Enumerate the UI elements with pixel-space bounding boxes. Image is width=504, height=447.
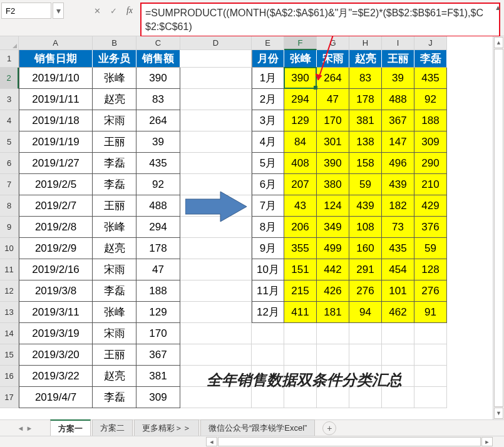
- row-header-8[interactable]: 8: [0, 195, 19, 217]
- left-cell-r10-B[interactable]: 赵亮: [93, 238, 136, 259]
- pivot-val-r11-c1[interactable]: 181: [317, 302, 349, 323]
- left-cell-r13-B[interactable]: 张峰: [93, 302, 136, 323]
- row-header-13[interactable]: 13: [0, 302, 19, 323]
- left-cell-r14-C[interactable]: 170: [136, 323, 180, 344]
- cell-F17[interactable]: [284, 387, 317, 408]
- left-cell-r16-B[interactable]: 赵亮: [93, 366, 136, 387]
- pivot-val-r8-c3[interactable]: 435: [382, 238, 414, 259]
- cell-H17[interactable]: [349, 387, 382, 408]
- cell-J17[interactable]: [414, 387, 447, 408]
- new-sheet-button[interactable]: +: [322, 421, 336, 435]
- left-cell-r6-A[interactable]: 2019/1/27: [19, 153, 93, 174]
- cell-D5[interactable]: [180, 131, 252, 153]
- cell-D13[interactable]: [180, 302, 252, 323]
- pivot-val-r10-c4[interactable]: 276: [414, 280, 447, 302]
- cell-J14[interactable]: [414, 323, 447, 344]
- left-cell-r12-B[interactable]: 李磊: [93, 280, 136, 302]
- left-cell-r15-B[interactable]: 王丽: [93, 344, 136, 366]
- cell-D15[interactable]: [180, 344, 252, 366]
- cell-F15[interactable]: [284, 344, 317, 366]
- left-cell-r10-C[interactable]: 178: [136, 238, 180, 259]
- pivot-val-r7-c1[interactable]: 349: [317, 217, 349, 238]
- pivot-val-r6-c4[interactable]: 429: [414, 195, 447, 217]
- name-box-dropdown[interactable]: ▾: [53, 3, 64, 19]
- pivot-val-r4-c3[interactable]: 496: [382, 153, 414, 174]
- cell-E15[interactable]: [252, 344, 284, 366]
- pivot-val-r3-c1[interactable]: 301: [317, 131, 349, 153]
- hscroll-track[interactable]: [218, 437, 481, 446]
- pivot-val-r7-c2[interactable]: 108: [349, 217, 382, 238]
- cancel-formula-icon[interactable]: ✕: [90, 4, 104, 18]
- pivot-month-10[interactable]: 11月: [252, 280, 284, 302]
- scroll-up-icon[interactable]: ▲: [494, 37, 503, 48]
- row-header-10[interactable]: 10: [0, 238, 19, 259]
- left-cell-r11-A[interactable]: 2019/2/16: [19, 259, 93, 280]
- row-header-9[interactable]: 9: [0, 217, 19, 238]
- left-cell-r6-C[interactable]: 435: [136, 153, 180, 174]
- cell-D17[interactable]: [180, 387, 252, 408]
- row-header-7[interactable]: 7: [0, 174, 19, 195]
- pivot-val-r3-c2[interactable]: 138: [349, 131, 382, 153]
- pivot-val-r5-c4[interactable]: 210: [414, 174, 447, 195]
- pivot-val-r9-c4[interactable]: 128: [414, 259, 447, 280]
- cell-H15[interactable]: [349, 344, 382, 366]
- left-cell-r7-A[interactable]: 2019/2/5: [19, 174, 93, 195]
- pivot-val-r11-c2[interactable]: 94: [349, 302, 382, 323]
- cell-D14[interactable]: [180, 323, 252, 344]
- row-header-16[interactable]: 16: [0, 366, 19, 387]
- pivot-val-r6-c3[interactable]: 182: [382, 195, 414, 217]
- pivot-val-r5-c1[interactable]: 380: [317, 174, 349, 195]
- left-cell-r10-A[interactable]: 2019/2/9: [19, 238, 93, 259]
- cell-J15[interactable]: [414, 344, 447, 366]
- cell-D10[interactable]: [180, 238, 252, 259]
- left-cell-r15-A[interactable]: 2019/3/20: [19, 344, 93, 366]
- cell-I17[interactable]: [382, 387, 414, 408]
- pivot-val-r7-c4[interactable]: 376: [414, 217, 447, 238]
- left-cell-r14-B[interactable]: 宋雨: [93, 323, 136, 344]
- left-cell-r13-C[interactable]: 129: [136, 302, 180, 323]
- cell-E17[interactable]: [252, 387, 284, 408]
- row-header-6[interactable]: 6: [0, 153, 19, 174]
- pivot-month-7[interactable]: 8月: [252, 217, 284, 238]
- left-cell-r15-C[interactable]: 367: [136, 344, 180, 366]
- sheet-tab-3[interactable]: 微信公众号“跟李锐学Excel”: [200, 419, 315, 437]
- left-cell-r5-A[interactable]: 2019/1/19: [19, 131, 93, 153]
- cell-H14[interactable]: [349, 323, 382, 344]
- pivot-val-r5-c2[interactable]: 59: [349, 174, 382, 195]
- cell-D11[interactable]: [180, 259, 252, 280]
- left-cell-r8-A[interactable]: 2019/2/7: [19, 195, 93, 217]
- horizontal-scrollbar[interactable]: ◄ ►: [0, 436, 504, 447]
- cell-E14[interactable]: [252, 323, 284, 344]
- left-cell-r17-B[interactable]: 李磊: [93, 387, 136, 408]
- left-cell-r8-C[interactable]: 488: [136, 195, 180, 217]
- left-cell-r12-A[interactable]: 2019/3/8: [19, 280, 93, 302]
- row-header-15[interactable]: 15: [0, 344, 19, 366]
- left-cell-r16-A[interactable]: 2019/3/22: [19, 366, 93, 387]
- pivot-val-r4-c1[interactable]: 390: [317, 153, 349, 174]
- left-cell-r17-A[interactable]: 2019/4/7: [19, 387, 93, 408]
- left-cell-r7-C[interactable]: 92: [136, 174, 180, 195]
- vertical-scrollbar[interactable]: ▲ ▼: [493, 36, 504, 419]
- pivot-val-r8-c2[interactable]: 160: [349, 238, 382, 259]
- pivot-val-r9-c3[interactable]: 454: [382, 259, 414, 280]
- left-cell-r9-C[interactable]: 294: [136, 217, 180, 238]
- cell-I14[interactable]: [382, 323, 414, 344]
- left-cell-r11-B[interactable]: 宋雨: [93, 259, 136, 280]
- left-cell-r13-A[interactable]: 2019/3/11: [19, 302, 93, 323]
- pivot-val-r6-c1[interactable]: 124: [317, 195, 349, 217]
- formula-expand-icon[interactable]: ▲: [495, 4, 501, 11]
- left-cell-r7-B[interactable]: 李磊: [93, 174, 136, 195]
- left-cell-r14-A[interactable]: 2019/3/19: [19, 323, 93, 344]
- pivot-val-r4-c0[interactable]: 408: [284, 153, 317, 174]
- pivot-val-r5-c0[interactable]: 207: [284, 174, 317, 195]
- pivot-month-11[interactable]: 12月: [252, 302, 284, 323]
- left-cell-r6-B[interactable]: 李磊: [93, 153, 136, 174]
- row-header-11[interactable]: 11: [0, 259, 19, 280]
- pivot-month-3[interactable]: 4月: [252, 131, 284, 153]
- pivot-val-r8-c0[interactable]: 355: [284, 238, 317, 259]
- cell-F14[interactable]: [284, 323, 317, 344]
- pivot-val-r9-c1[interactable]: 442: [317, 259, 349, 280]
- name-box[interactable]: F2: [1, 3, 51, 19]
- fx-icon[interactable]: fx: [123, 4, 136, 18]
- pivot-val-r6-c0[interactable]: 43: [284, 195, 317, 217]
